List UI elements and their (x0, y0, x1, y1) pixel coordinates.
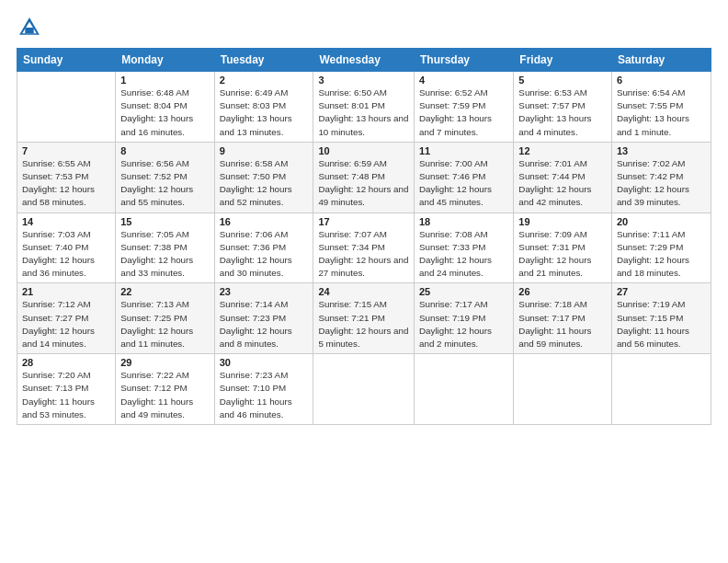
calendar-cell: 7Sunrise: 6:55 AM Sunset: 7:53 PM Daylig… (17, 142, 116, 213)
day-number: 23 (220, 286, 309, 297)
header-day: Monday (116, 49, 214, 72)
day-number: 1 (120, 75, 209, 86)
calendar-week-row: 7Sunrise: 6:55 AM Sunset: 7:53 PM Daylig… (17, 142, 711, 213)
calendar-cell: 25Sunrise: 7:17 AM Sunset: 7:19 PM Dayli… (415, 283, 514, 354)
day-info: Sunrise: 7:08 AM Sunset: 7:33 PM Dayligh… (419, 228, 508, 281)
day-info: Sunrise: 7:23 AM Sunset: 7:10 PM Dayligh… (220, 369, 309, 421)
day-number: 11 (419, 145, 508, 156)
day-number: 29 (120, 357, 209, 368)
calendar-cell: 2Sunrise: 6:49 AM Sunset: 8:03 PM Daylig… (214, 72, 313, 143)
header-row: SundayMondayTuesdayWednesdayThursdayFrid… (17, 49, 711, 72)
calendar-cell: 15Sunrise: 7:05 AM Sunset: 7:38 PM Dayli… (116, 213, 214, 283)
day-number: 14 (22, 216, 110, 227)
calendar-cell: 3Sunrise: 6:50 AM Sunset: 8:01 PM Daylig… (313, 72, 415, 143)
header-day: Saturday (611, 49, 711, 72)
calendar-cell: 16Sunrise: 7:06 AM Sunset: 7:36 PM Dayli… (214, 213, 313, 283)
day-number: 17 (318, 216, 409, 227)
calendar-table: SundayMondayTuesdayWednesdayThursdayFrid… (17, 48, 711, 425)
calendar-cell: 22Sunrise: 7:13 AM Sunset: 7:25 PM Dayli… (116, 283, 214, 354)
calendar-cell: 20Sunrise: 7:11 AM Sunset: 7:29 PM Dayli… (611, 213, 711, 283)
calendar-cell: 1Sunrise: 6:48 AM Sunset: 8:04 PM Daylig… (116, 72, 214, 143)
day-number: 26 (518, 286, 607, 297)
day-info: Sunrise: 7:19 AM Sunset: 7:15 PM Dayligh… (617, 298, 706, 350)
calendar-cell: 26Sunrise: 7:18 AM Sunset: 7:17 PM Dayli… (514, 283, 612, 354)
header-day: Tuesday (214, 49, 313, 72)
day-number: 9 (220, 145, 309, 156)
day-number: 20 (617, 216, 706, 227)
calendar-cell: 13Sunrise: 7:02 AM Sunset: 7:42 PM Dayli… (611, 142, 711, 213)
calendar-cell (611, 354, 711, 425)
day-info: Sunrise: 6:48 AM Sunset: 8:04 PM Dayligh… (120, 86, 209, 139)
calendar-cell: 12Sunrise: 7:01 AM Sunset: 7:44 PM Dayli… (514, 142, 612, 213)
day-number: 27 (617, 286, 706, 297)
calendar-cell: 8Sunrise: 6:56 AM Sunset: 7:52 PM Daylig… (116, 142, 214, 213)
day-number: 30 (220, 357, 309, 368)
calendar-cell: 30Sunrise: 7:23 AM Sunset: 7:10 PM Dayli… (214, 354, 313, 425)
header-day: Wednesday (313, 49, 415, 72)
calendar-cell: 4Sunrise: 6:52 AM Sunset: 7:59 PM Daylig… (415, 72, 514, 143)
calendar-cell: 23Sunrise: 7:14 AM Sunset: 7:23 PM Dayli… (214, 283, 313, 354)
day-info: Sunrise: 6:59 AM Sunset: 7:48 PM Dayligh… (318, 157, 409, 210)
calendar-week-row: 21Sunrise: 7:12 AM Sunset: 7:27 PM Dayli… (17, 283, 711, 354)
logo-icon (17, 15, 42, 40)
day-number: 3 (318, 75, 409, 86)
day-number: 22 (120, 286, 209, 297)
calendar-cell (313, 354, 415, 425)
day-info: Sunrise: 7:03 AM Sunset: 7:40 PM Dayligh… (22, 228, 110, 281)
day-number: 12 (518, 145, 607, 156)
day-info: Sunrise: 7:20 AM Sunset: 7:13 PM Dayligh… (22, 369, 110, 421)
day-number: 18 (419, 216, 508, 227)
day-info: Sunrise: 7:01 AM Sunset: 7:44 PM Dayligh… (518, 157, 607, 210)
day-number: 19 (518, 216, 607, 227)
calendar-cell (514, 354, 612, 425)
day-info: Sunrise: 6:56 AM Sunset: 7:52 PM Dayligh… (120, 157, 209, 210)
day-info: Sunrise: 6:54 AM Sunset: 7:55 PM Dayligh… (617, 86, 706, 139)
day-info: Sunrise: 7:00 AM Sunset: 7:46 PM Dayligh… (419, 157, 508, 210)
day-number: 24 (318, 286, 409, 297)
calendar-cell: 29Sunrise: 7:22 AM Sunset: 7:12 PM Dayli… (116, 354, 214, 425)
calendar-week-row: 28Sunrise: 7:20 AM Sunset: 7:13 PM Dayli… (17, 354, 711, 425)
calendar-cell (17, 72, 116, 143)
day-info: Sunrise: 7:05 AM Sunset: 7:38 PM Dayligh… (120, 228, 209, 281)
day-info: Sunrise: 6:53 AM Sunset: 7:57 PM Dayligh… (518, 86, 607, 139)
day-info: Sunrise: 7:14 AM Sunset: 7:23 PM Dayligh… (220, 298, 309, 350)
header (17, 15, 711, 40)
day-info: Sunrise: 7:17 AM Sunset: 7:19 PM Dayligh… (419, 298, 508, 350)
day-number: 4 (419, 75, 508, 86)
day-number: 21 (22, 286, 110, 297)
day-info: Sunrise: 6:58 AM Sunset: 7:50 PM Dayligh… (220, 157, 309, 210)
day-number: 5 (518, 75, 607, 86)
day-number: 6 (617, 75, 706, 86)
logo (17, 15, 46, 40)
day-info: Sunrise: 6:52 AM Sunset: 7:59 PM Dayligh… (419, 86, 508, 139)
calendar-cell: 5Sunrise: 6:53 AM Sunset: 7:57 PM Daylig… (514, 72, 612, 143)
day-info: Sunrise: 7:15 AM Sunset: 7:21 PM Dayligh… (318, 298, 409, 350)
header-day: Thursday (415, 49, 514, 72)
calendar-cell (415, 354, 514, 425)
day-number: 7 (22, 145, 110, 156)
header-day: Sunday (17, 49, 116, 72)
calendar-cell: 9Sunrise: 6:58 AM Sunset: 7:50 PM Daylig… (214, 142, 313, 213)
header-day: Friday (514, 49, 612, 72)
day-info: Sunrise: 7:13 AM Sunset: 7:25 PM Dayligh… (120, 298, 209, 350)
day-info: Sunrise: 7:02 AM Sunset: 7:42 PM Dayligh… (617, 157, 706, 210)
calendar-cell: 21Sunrise: 7:12 AM Sunset: 7:27 PM Dayli… (17, 283, 116, 354)
day-number: 2 (220, 75, 309, 86)
day-info: Sunrise: 7:09 AM Sunset: 7:31 PM Dayligh… (518, 228, 607, 281)
calendar-week-row: 14Sunrise: 7:03 AM Sunset: 7:40 PM Dayli… (17, 213, 711, 283)
day-info: Sunrise: 7:11 AM Sunset: 7:29 PM Dayligh… (617, 228, 706, 281)
day-info: Sunrise: 7:06 AM Sunset: 7:36 PM Dayligh… (220, 228, 309, 281)
calendar-cell: 17Sunrise: 7:07 AM Sunset: 7:34 PM Dayli… (313, 213, 415, 283)
day-number: 28 (22, 357, 110, 368)
calendar-cell: 18Sunrise: 7:08 AM Sunset: 7:33 PM Dayli… (415, 213, 514, 283)
day-info: Sunrise: 7:22 AM Sunset: 7:12 PM Dayligh… (120, 369, 209, 421)
calendar-cell: 19Sunrise: 7:09 AM Sunset: 7:31 PM Dayli… (514, 213, 612, 283)
svg-rect-2 (25, 28, 33, 33)
day-number: 13 (617, 145, 706, 156)
day-info: Sunrise: 7:07 AM Sunset: 7:34 PM Dayligh… (318, 228, 409, 281)
calendar-cell: 24Sunrise: 7:15 AM Sunset: 7:21 PM Dayli… (313, 283, 415, 354)
day-info: Sunrise: 6:49 AM Sunset: 8:03 PM Dayligh… (220, 86, 309, 139)
day-info: Sunrise: 7:18 AM Sunset: 7:17 PM Dayligh… (518, 298, 607, 350)
day-number: 25 (419, 286, 508, 297)
calendar-cell: 10Sunrise: 6:59 AM Sunset: 7:48 PM Dayli… (313, 142, 415, 213)
